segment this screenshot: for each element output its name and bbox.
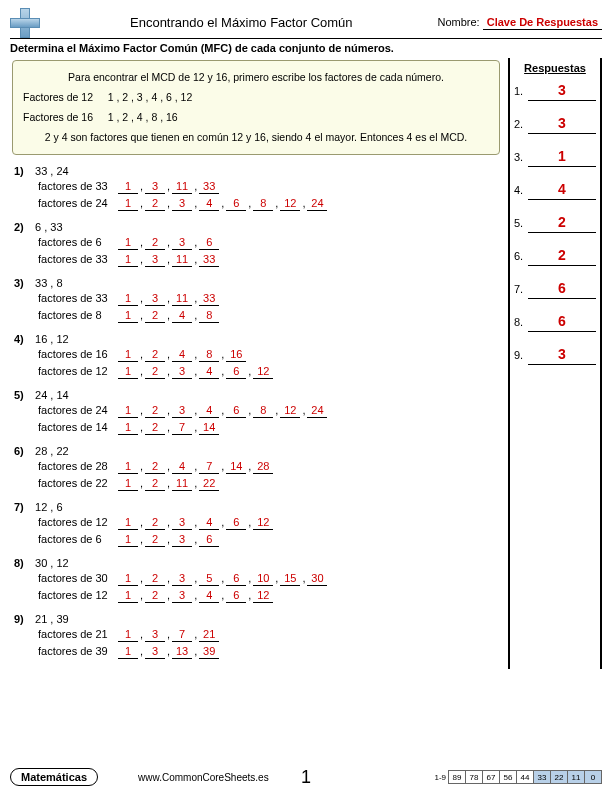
factor-value: 2	[145, 477, 165, 491]
factor-value: 3	[145, 645, 165, 659]
factor-value: 33	[199, 180, 219, 194]
factor-line: factores de 331,3,11,33	[38, 180, 502, 194]
problem-number: 8)	[14, 557, 32, 569]
factor-line: factores de 391,3,13,39	[38, 645, 502, 659]
problem-pair: 33 , 24	[35, 165, 69, 177]
factor-value: 2	[145, 516, 165, 530]
answer-row: 5.2	[514, 214, 596, 233]
separator: ,	[165, 421, 172, 433]
factor-value: 5	[199, 572, 219, 586]
factor-value: 21	[199, 628, 219, 642]
example-f16-label: Factores de 16	[23, 111, 93, 123]
factor-label: factores de 24	[38, 197, 118, 209]
factor-value: 1	[118, 292, 138, 306]
name-value: Clave De Respuestas	[483, 16, 602, 30]
example-f12-label: Factores de 12	[23, 91, 93, 103]
separator: ,	[192, 348, 199, 360]
factor-value: 2	[145, 236, 165, 250]
factor-value: 24	[307, 197, 327, 211]
separator: ,	[138, 477, 145, 489]
factor-values: 1,2,3,6	[118, 533, 219, 545]
problem-number: 2)	[14, 221, 32, 233]
problem-pair: 16 , 12	[35, 333, 69, 345]
factor-value: 33	[199, 292, 219, 306]
separator: ,	[300, 404, 307, 416]
factor-line: factores de 121,2,3,4,6,12	[38, 365, 502, 379]
example-conclusion: 2 y 4 son factores que tienen en común 1…	[23, 129, 489, 147]
answer-row: 1.3	[514, 82, 596, 101]
separator: ,	[138, 253, 145, 265]
page-number: 1	[301, 767, 311, 788]
factor-value: 3	[145, 253, 165, 267]
factor-value: 2	[145, 533, 165, 547]
separator: ,	[138, 628, 145, 640]
separator: ,	[246, 589, 253, 601]
factor-value: 6	[226, 404, 246, 418]
factor-value: 1	[118, 516, 138, 530]
separator: ,	[300, 197, 307, 209]
separator: ,	[138, 236, 145, 248]
separator: ,	[138, 589, 145, 601]
problem: 2) 6 , 33factores de 61,2,3,6factores de…	[14, 221, 502, 267]
factor-value: 1	[118, 421, 138, 435]
separator: ,	[192, 365, 199, 377]
answer-value: 2	[528, 214, 596, 233]
worksheet-header: Encontrando el Máximo Factor Común Nombr…	[10, 8, 602, 39]
separator: ,	[219, 460, 226, 472]
plus-icon	[10, 8, 38, 36]
factor-line: factores de 301,2,3,5,6,10,15,30	[38, 572, 502, 586]
factor-value: 3	[145, 180, 165, 194]
problem: 5) 24 , 14factores de 241,2,3,4,6,8,12,2…	[14, 389, 502, 435]
answer-value: 3	[528, 115, 596, 134]
factor-value: 24	[307, 404, 327, 418]
separator: ,	[165, 645, 172, 657]
problems-column: Para encontrar el MCD de 12 y 16, primer…	[10, 58, 502, 669]
answer-number: 1.	[514, 85, 528, 97]
factor-value: 1	[118, 628, 138, 642]
factor-label: factores de 33	[38, 253, 118, 265]
factor-values: 1,3,7,21	[118, 628, 219, 640]
factor-value: 4	[172, 309, 192, 323]
instructions: Determina el Máximo Factor Común (MFC) d…	[10, 42, 602, 54]
answers-column: Respuestas 1.32.33.14.45.26.27.68.69.3	[508, 58, 602, 669]
factor-value: 12	[280, 404, 300, 418]
factor-label: factores de 33	[38, 292, 118, 304]
factor-values: 1,3,11,33	[118, 253, 219, 265]
separator: ,	[192, 292, 199, 304]
problem-number: 9)	[14, 613, 32, 625]
problem-number: 1)	[14, 165, 32, 177]
factor-line: factores de 81,2,4,8	[38, 309, 502, 323]
factor-value: 22	[199, 477, 219, 491]
answer-row: 3.1	[514, 148, 596, 167]
worksheet-title: Encontrando el Máximo Factor Común	[130, 15, 353, 30]
separator: ,	[138, 180, 145, 192]
separator: ,	[138, 404, 145, 416]
factor-value: 3	[172, 365, 192, 379]
factor-label: factores de 24	[38, 404, 118, 416]
factor-label: factores de 6	[38, 236, 118, 248]
factor-label: factores de 21	[38, 628, 118, 640]
problem: 1) 33 , 24factores de 331,3,11,33factore…	[14, 165, 502, 211]
factor-label: factores de 12	[38, 365, 118, 377]
factor-value: 4	[199, 516, 219, 530]
scale-cell: 78	[465, 770, 483, 784]
subject-pill: Matemáticas	[10, 768, 98, 786]
separator: ,	[138, 460, 145, 472]
factor-line: factores de 221,2,11,22	[38, 477, 502, 491]
factor-values: 1,2,3,5,6,10,15,30	[118, 572, 327, 584]
factor-value: 8	[253, 404, 273, 418]
scale-cell: 89	[448, 770, 466, 784]
example-f16: 1 , 2 , 4 , 8 , 16	[108, 111, 178, 123]
separator: ,	[165, 348, 172, 360]
separator: ,	[165, 533, 172, 545]
factor-line: factores de 121,2,3,4,6,12	[38, 516, 502, 530]
separator: ,	[192, 572, 199, 584]
factor-value: 30	[307, 572, 327, 586]
separator: ,	[165, 516, 172, 528]
separator: ,	[192, 645, 199, 657]
factor-value: 6	[226, 516, 246, 530]
separator: ,	[192, 197, 199, 209]
factor-value: 1	[118, 572, 138, 586]
scale-cell: 56	[499, 770, 517, 784]
separator: ,	[165, 197, 172, 209]
